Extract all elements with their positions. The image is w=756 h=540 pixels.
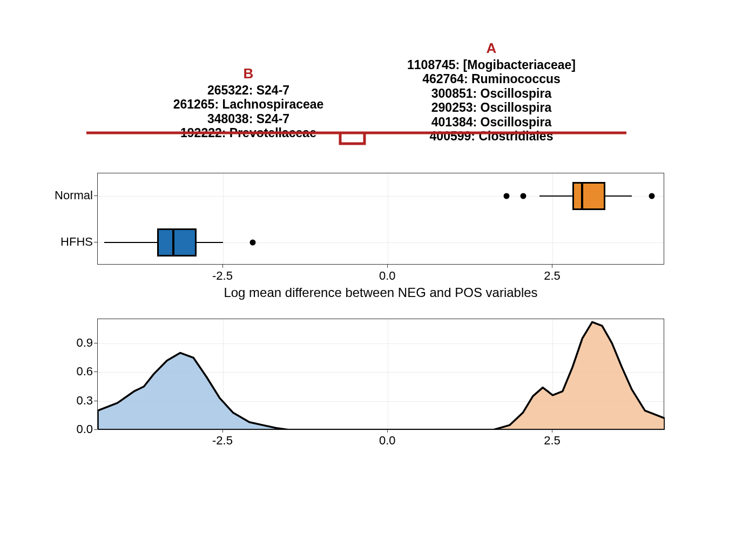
density-area-fill [494, 322, 665, 430]
boxplot-box [572, 182, 605, 210]
density-ytick-label: 0.0 [76, 422, 93, 436]
boxplot-xlabel: Log mean difference between NEG and POS … [97, 285, 664, 300]
boxplot-box [157, 228, 197, 256]
boxplot-xtick-label: -2.5 [212, 269, 233, 283]
boxplot-xtick-label: 0.0 [379, 269, 396, 283]
boxplot-area [97, 173, 664, 265]
boxplot-panel: Log mean difference between NEG and POS … [70, 173, 664, 286]
density-ytick-label: 0.9 [76, 336, 93, 350]
density-ytick-label: 0.6 [76, 364, 93, 379]
boxplot-outlier [503, 193, 509, 199]
balance-label-a: A [373, 40, 610, 57]
balance-item: 348038: S24-7 [146, 112, 351, 126]
balance-item: 261265: Lachnospiraceae [146, 97, 351, 111]
balance-item: 300851: Oscillospira [373, 86, 610, 100]
balance-item: 462764: Ruminococcus [373, 72, 610, 86]
density-ytick-label: 0.3 [76, 394, 93, 408]
density-xtick-label: 0.0 [379, 434, 396, 448]
balance-group-b: B 265322: S24-7261265: Lachnospiraceae34… [146, 66, 351, 140]
boxplot-ytick-label: HFHS [60, 235, 93, 249]
boxplot-xtick-label: 2.5 [544, 269, 561, 283]
balance-item: 401384: Oscillospira [373, 115, 610, 129]
density-area [97, 319, 664, 429]
density-xtick-label: -2.5 [212, 434, 233, 448]
density-xtick-label: 2.5 [544, 434, 561, 448]
boxplot-outlier [520, 193, 526, 199]
balance-item: 290253: Oscillospira [373, 100, 610, 114]
balance-header: B 265322: S24-7261265: Lachnospiraceae34… [70, 32, 643, 157]
boxplot-ytick-label: Normal [55, 188, 93, 202]
density-area-fill [98, 353, 289, 430]
balance-item: 1108745: [Mogibacteriaceae] [373, 58, 610, 72]
density-panel: 0.00.30.60.9-2.50.02.5 [70, 319, 664, 459]
balance-beam [70, 130, 643, 157]
boxplot-outlier [649, 193, 654, 199]
balance-group-a: A 1108745: [Mogibacteriaceae]462764: Rum… [373, 40, 610, 144]
balance-label-b: B [146, 66, 351, 82]
boxplot-outlier [249, 240, 255, 246]
balance-item: 265322: S24-7 [146, 83, 351, 97]
